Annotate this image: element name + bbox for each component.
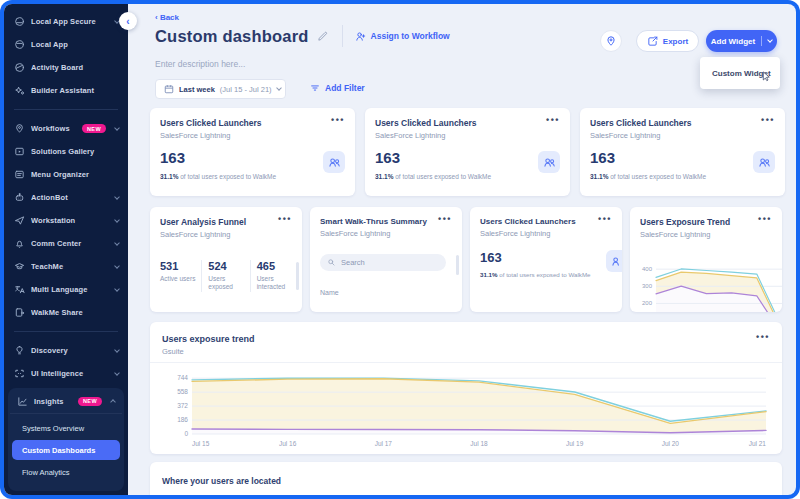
column-header-name: Name [320, 289, 339, 296]
widget-menu-ellipsis-icon[interactable]: ••• [761, 115, 775, 125]
widget-menu-ellipsis-icon[interactable]: ••• [438, 214, 452, 224]
add-filter-button[interactable]: Add Filter [310, 83, 365, 93]
widget-menu-ellipsis-icon[interactable]: ••• [756, 332, 770, 342]
widget-menu-ellipsis-icon[interactable]: ••• [278, 214, 292, 224]
sidebar-item-solutions-gallery[interactable]: Solutions Gallery [4, 140, 128, 163]
filter-icon [310, 83, 320, 93]
sidebar-item-menu-organizer[interactable]: Menu Organizer [4, 163, 128, 186]
sidebar-item-label: Local App [31, 40, 119, 49]
activity-board-icon [14, 62, 25, 73]
users-icon-badge [753, 151, 775, 173]
chevron-down-icon [114, 194, 120, 200]
widget-subtitle: SalesForce Lightning [375, 131, 560, 140]
page-title: Custom dashboard [155, 27, 309, 46]
widget-title: Users Clicked Launchers [590, 118, 775, 128]
widget-smart-walkthrus-summary: Smart Walk-Thrus Summary SalesForce Ligh… [310, 207, 462, 312]
assign-to-workflow-button[interactable]: Assign to Workflow [355, 31, 450, 42]
date-range-label: Last week [179, 85, 215, 94]
divider [342, 25, 343, 47]
svg-text:Jul 20: Jul 20 [662, 440, 680, 447]
svg-text:Jul 18: Jul 18 [470, 440, 488, 447]
widget-user-analysis-funnel: User Analysis Funnel SalesForce Lightnin… [150, 207, 302, 312]
sidebar-item-local-app[interactable]: Local App [4, 33, 128, 56]
date-range-value: (Jul 15 - Jul 21) [220, 85, 272, 94]
chevron-down-icon [114, 240, 120, 246]
sidebar-item-label: Menu Organizer [31, 170, 119, 179]
widget-menu-ellipsis-icon[interactable]: ••• [598, 214, 612, 224]
sidebar-item-label: Local App Secure [31, 17, 109, 26]
sidebar-item-flow-analytics[interactable]: Flow Analytics [12, 462, 120, 482]
local-app-icon [14, 39, 25, 50]
card-scrollbar-thumb[interactable] [456, 255, 459, 275]
sidebar-item-local-app-secure[interactable]: Local App Secure [4, 10, 128, 33]
sidebar-item-label: Workflows [31, 124, 76, 133]
description-field[interactable]: Enter description here... [155, 59, 245, 69]
svg-text:372: 372 [177, 402, 188, 409]
actionbot-robot-icon [14, 192, 25, 203]
sidebar-collapse-button[interactable]: ‹ [119, 12, 137, 30]
users-icon [611, 255, 623, 268]
builder-assistant-icon [14, 85, 25, 96]
app-window: Local App Secure Local App Activity Boar… [0, 0, 800, 499]
widget-subtitle: SalesForce Lightning [590, 131, 775, 140]
insights-section: Insights NEW Systems Overview Custom Das… [8, 388, 124, 491]
sidebar-item-label: ActionBot [31, 193, 109, 202]
edit-title-pencil-icon[interactable] [317, 31, 328, 42]
location-pin-icon [605, 35, 617, 47]
kpi-value: 163 [160, 149, 185, 166]
widget-subtitle: SalesForce Lightning [320, 229, 452, 238]
sidebar-item-label: Builder Assistant [31, 86, 119, 95]
sidebar-item-teachme[interactable]: TeachMe [4, 255, 128, 278]
widget-menu-ellipsis-icon[interactable]: ••• [758, 214, 772, 224]
users-icon-badge [538, 151, 560, 173]
card-scrollbar-thumb[interactable] [296, 262, 299, 290]
export-icon [647, 36, 658, 47]
export-button[interactable]: Export [636, 30, 699, 52]
divider [761, 36, 762, 46]
sidebar-item-activity-board[interactable]: Activity Board [4, 56, 128, 79]
chevron-up-icon [110, 399, 116, 405]
widget-title: Users Clicked Launchers [160, 118, 345, 128]
sidebar-item-custom-dashboards[interactable]: Custom Dashboards [12, 440, 120, 460]
widget-subtitle: SalesForce Lightning [640, 230, 772, 239]
location-pin-button[interactable] [600, 30, 622, 52]
sidebar-item-actionbot[interactable]: ActionBot [4, 186, 128, 209]
search-icon [327, 258, 336, 267]
sidebar-item-systems-overview[interactable]: Systems Overview [12, 418, 120, 438]
sidebar-divider [14, 331, 118, 332]
sidebar-item-multi-language[interactable]: Multi Language [4, 278, 128, 301]
widget-menu-ellipsis-icon[interactable]: ••• [546, 115, 560, 125]
sidebar-item-insights[interactable]: Insights NEW [10, 389, 122, 414]
sidebar-item-workstation[interactable]: Workstation [4, 209, 128, 232]
chevron-down-icon [114, 286, 120, 292]
discovery-bulb-icon [14, 345, 25, 356]
date-range-picker[interactable]: Last week (Jul 15 - Jul 21) [155, 79, 286, 99]
chevron-down-icon [767, 37, 773, 43]
sidebar-divider [14, 109, 118, 110]
svg-text:Jul 21: Jul 21 [749, 440, 767, 447]
widget-users-clicked-launchers-3: Users Clicked Launchers SalesForce Light… [580, 108, 785, 196]
sidebar-item-discovery[interactable]: Discovery [4, 339, 128, 362]
widget-users-clicked-launchers-2: Users Clicked Launchers SalesForce Light… [365, 108, 570, 196]
svg-text:Jul 19: Jul 19 [566, 440, 584, 447]
search-input[interactable]: Search [320, 254, 446, 271]
sidebar-item-ui-intelligence[interactable]: UI Intelligence [4, 362, 128, 385]
sidebar-item-label: Workstation [31, 216, 109, 225]
menu-item-custom-widget[interactable]: Custom Widget [700, 57, 780, 89]
widget-title: Smart Walk-Thrus Summary [320, 217, 452, 226]
sidebar-item-builder-assistant[interactable]: Builder Assistant [4, 79, 128, 102]
widget-menu-ellipsis-icon[interactable]: ••• [331, 115, 345, 125]
back-link[interactable]: ‹ Back [155, 13, 179, 22]
users-icon [328, 156, 341, 169]
sidebar-item-workflows[interactable]: Workflows NEW [4, 117, 128, 140]
widget-users-clicked-launchers-4: Users Clicked Launchers SalesForce Light… [470, 207, 622, 312]
sidebar-item-walkme-share[interactable]: WalkMe Share [4, 301, 128, 324]
add-widget-button[interactable]: Add Widget [706, 30, 777, 52]
widget-title: Users Exposure Trend [640, 217, 772, 227]
calendar-icon [164, 84, 174, 94]
sidebar-item-comm-center[interactable]: Comm Center [4, 232, 128, 255]
users-icon-badge [606, 250, 622, 272]
line-chart: 0186372558744Jul 15Jul 16Jul 17Jul 18Jul… [162, 368, 770, 450]
cursor-icon [761, 71, 772, 82]
widget-subtitle: SalesForce Lightning [160, 230, 292, 239]
